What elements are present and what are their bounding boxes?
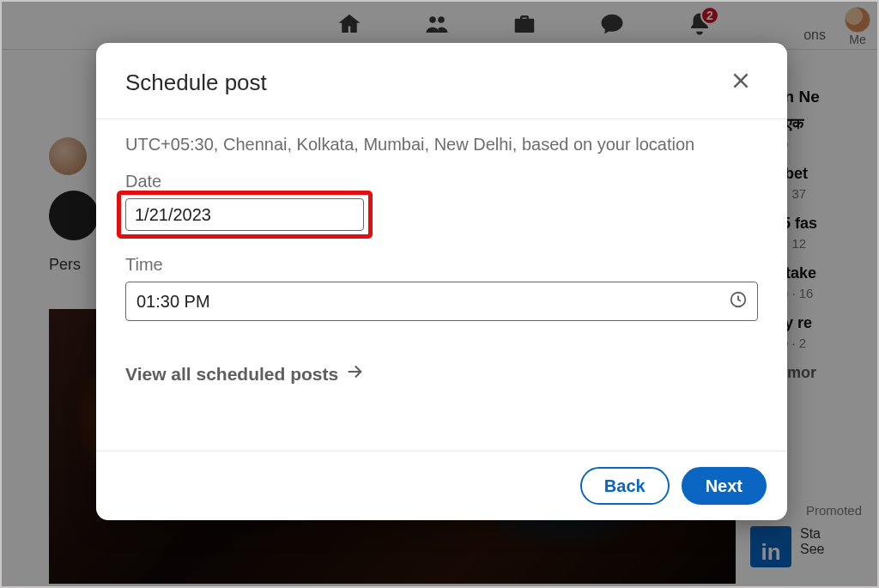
close-icon (730, 70, 752, 95)
schedule-post-modal: Schedule post UTC+05:30, Chennai, Kolkat… (96, 43, 787, 520)
date-input[interactable] (125, 198, 364, 231)
time-field-wrap (125, 282, 758, 321)
app-frame: 2 ons Me Pers nkedIn Ne ऐसे करें एक 21h … (0, 0, 879, 588)
time-group: Time (125, 255, 758, 321)
back-button[interactable]: Back (580, 467, 670, 505)
view-all-row: View all scheduled posts (125, 362, 758, 385)
view-all-scheduled-link[interactable]: View all scheduled posts (125, 362, 364, 385)
arrow-right-icon (345, 362, 364, 385)
clock-icon[interactable] (729, 290, 748, 312)
time-label: Time (125, 255, 758, 275)
modal-footer: Back Next (96, 451, 787, 520)
next-button[interactable]: Next (682, 467, 767, 505)
modal-header: Schedule post (96, 43, 787, 119)
date-label: Date (125, 172, 758, 191)
modal-body: UTC+05:30, Chennai, Kolkata, Mumbai, New… (96, 119, 787, 451)
date-field-wrap (125, 198, 364, 231)
timezone-text: UTC+05:30, Chennai, Kolkata, Mumbai, New… (125, 135, 758, 155)
view-all-label: View all scheduled posts (125, 364, 338, 385)
close-button[interactable] (724, 65, 758, 100)
time-input[interactable] (125, 282, 758, 321)
modal-title: Schedule post (125, 70, 267, 96)
